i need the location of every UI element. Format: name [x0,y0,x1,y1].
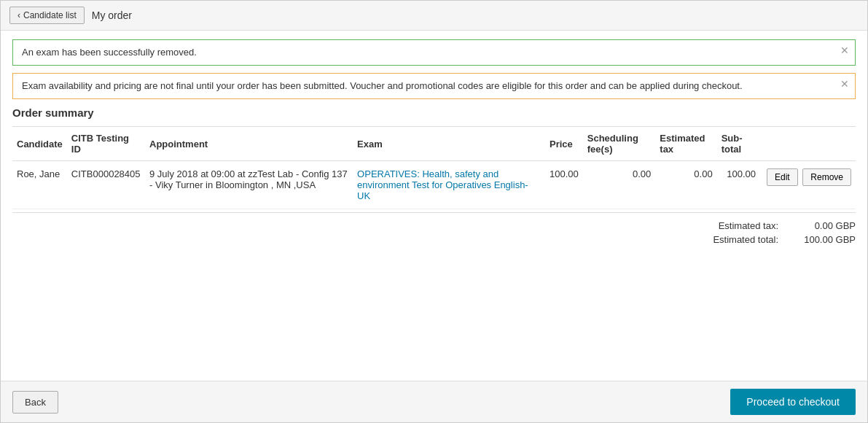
cell-scheduling-fee: 0.00 [583,161,656,209]
totals-section: Estimated tax: 0.00 GBP Estimated total:… [12,212,856,248]
col-header-exam: Exam [353,127,545,161]
col-header-price: Price [545,127,583,161]
warning-alert: Exam availability and pricing are not fi… [12,73,856,99]
main-content: An exam has been successfully removed. ✕… [1,31,867,381]
order-summary-title: Order summary [12,106,856,119]
cell-estimated-tax: 0.00 [655,161,716,209]
remove-button[interactable]: Remove [802,168,851,186]
cell-price: 100.00 [545,161,583,209]
order-summary-section: Order summary Candidate CITB Testing ID … [12,106,856,248]
success-alert: An exam has been successfully removed. ✕ [12,39,856,66]
table-header-row: Candidate CITB Testing ID Appointment Ex… [12,127,856,161]
cell-actions: Edit Remove [760,161,856,209]
footer-bar: Back Proceed to checkout [1,381,867,422]
col-header-subtotal: Sub-total [717,127,760,161]
warning-alert-close[interactable]: ✕ [840,78,849,90]
col-header-estimated-tax: Estimated tax [655,127,716,161]
estimated-total-value: 100.00 GBP [790,234,856,245]
nav-bar: Candidate list My order [1,1,867,31]
success-alert-message: An exam has been successfully removed. [22,47,197,58]
back-button[interactable]: Back [12,391,58,414]
exam-link[interactable]: OPERATIVES: Health, safety and environme… [357,168,528,201]
page-title: My order [92,9,132,21]
estimated-total-label: Estimated total: [691,234,778,245]
chevron-left-icon [17,10,20,20]
proceed-to-checkout-button[interactable]: Proceed to checkout [730,389,856,415]
cell-candidate: Roe, Jane [12,161,67,209]
warning-alert-message: Exam availability and pricing are not fi… [22,80,743,91]
estimated-tax-value: 0.00 GBP [790,220,856,231]
cell-exam: OPERATIVES: Health, safety and environme… [353,161,545,209]
col-header-appointment: Appointment [145,127,353,161]
edit-button[interactable]: Edit [767,168,798,186]
cell-citb-id: CITB000028405 [67,161,145,209]
order-table: Candidate CITB Testing ID Appointment Ex… [12,126,856,209]
col-header-citb-id: CITB Testing ID [67,127,145,161]
candidate-list-label: Candidate list [23,10,77,20]
estimated-total-row: Estimated total: 100.00 GBP [691,234,856,245]
success-alert-close[interactable]: ✕ [840,44,849,56]
col-header-actions [760,127,856,161]
cell-appointment: 9 July 2018 at 09:00 at zzTest Lab - Con… [145,161,353,209]
cell-subtotal: 100.00 [717,161,760,209]
estimated-tax-label: Estimated tax: [691,220,778,231]
table-row: Roe, Jane CITB000028405 9 July 2018 at 0… [12,161,856,209]
col-header-scheduling-fee: Scheduling fee(s) [583,127,656,161]
col-header-candidate: Candidate [12,127,67,161]
estimated-tax-row: Estimated tax: 0.00 GBP [691,220,856,231]
candidate-list-button[interactable]: Candidate list [9,7,85,24]
